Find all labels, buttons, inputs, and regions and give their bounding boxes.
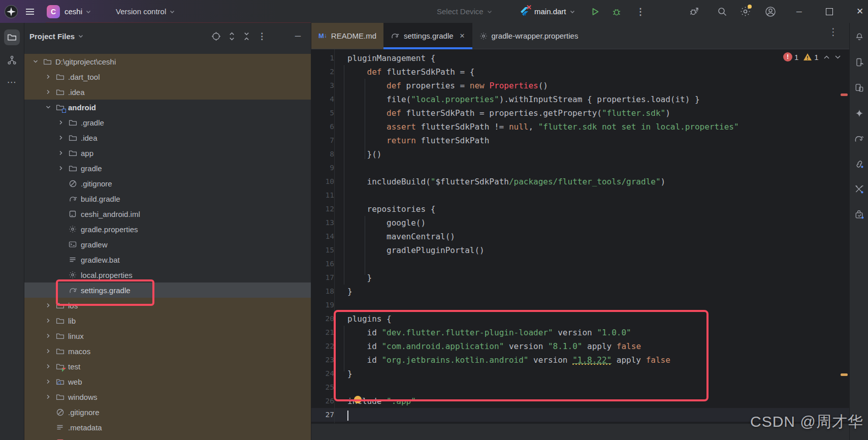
code-editor[interactable]: 1pluginManagement {2 def flutterSdkPath …	[311, 49, 849, 422]
more-actions-button[interactable]: ⋮	[636, 0, 645, 23]
code-line-7[interactable]: 7 return flutterSdkPath	[311, 134, 849, 147]
run-configuration[interactable]: ✕ main.dart	[519, 0, 575, 23]
inspections-widget[interactable]: ! 1 1	[783, 52, 841, 61]
error-stripe-mark[interactable]	[841, 93, 848, 96]
settings-button[interactable]	[740, 0, 751, 23]
account-button[interactable]	[765, 0, 776, 23]
tree-item-.metadata[interactable]: .metadata	[24, 420, 311, 435]
code-line-1[interactable]: 1pluginManagement {	[311, 51, 849, 65]
tree-chevron-icon[interactable]	[44, 317, 52, 325]
tree-item-macos[interactable]: macos	[24, 343, 311, 359]
tree-item-.gitignore[interactable]: .gitignore	[24, 404, 311, 420]
app-links-icon[interactable]	[853, 158, 865, 170]
tab-options-icon[interactable]: ⋮	[828, 26, 838, 38]
more-tool-windows-button[interactable]: ⋯	[4, 74, 20, 90]
tree-item-settings.gradle[interactable]: settings.gradle	[24, 282, 311, 298]
code-line-8[interactable]: 8 }()	[311, 147, 849, 161]
tree-item-.idea[interactable]: .idea	[24, 130, 311, 145]
code-line-3[interactable]: 3 def properties = new Properties()	[311, 79, 849, 92]
project-switcher[interactable]: C ceshi	[47, 0, 91, 23]
code-line-12[interactable]: 12 repositories {	[311, 202, 849, 216]
tree-item-gradlew.bat[interactable]: gradlew.bat	[24, 252, 311, 267]
device-selector[interactable]: Select Device	[437, 0, 493, 23]
running-devices-icon[interactable]	[853, 81, 865, 94]
run-button[interactable]	[591, 0, 600, 23]
structure-tool-window-button[interactable]	[4, 52, 20, 68]
tree-chevron-icon[interactable]	[57, 164, 65, 172]
code-line-26[interactable]: 26include ":app"	[311, 394, 849, 408]
app-quality-insights-icon[interactable]	[853, 208, 865, 221]
gradle-icon[interactable]	[853, 132, 865, 145]
tree-chevron-icon[interactable]	[44, 347, 52, 355]
code-line-19[interactable]: 19	[311, 298, 849, 312]
code-line-4[interactable]: 4 file("local.properties").withInputStre…	[311, 92, 849, 106]
close-button[interactable]: ✕	[856, 0, 863, 23]
vcs-widget[interactable]: Version control	[116, 0, 175, 23]
intention-dot[interactable]	[354, 396, 362, 403]
expand-all-icon[interactable]	[228, 32, 236, 41]
code-line-9[interactable]: 9	[311, 161, 849, 175]
tree-chevron-icon[interactable]	[44, 73, 52, 81]
code-line-11[interactable]: 11	[311, 188, 849, 202]
tree-chevron-icon[interactable]	[57, 149, 65, 157]
tab-settings.gradle[interactable]: settings.gradle✕	[383, 23, 472, 49]
code-line-20[interactable]: 20plugins {	[311, 312, 849, 326]
locate-file-icon[interactable]	[211, 32, 221, 41]
tree-item-test[interactable]: test	[24, 359, 311, 374]
tree-chevron-icon[interactable]	[44, 393, 52, 401]
tree-item-.dart_tool[interactable]: .dart_tool	[24, 69, 311, 84]
code-line-22[interactable]: 22 id "com.android.application" version …	[311, 339, 849, 353]
tree-item-lib[interactable]: lib	[24, 313, 311, 328]
tree-chevron-icon[interactable]	[44, 103, 52, 111]
hide-panel-button[interactable]: ─	[295, 32, 301, 41]
code-line-13[interactable]: 13 google()	[311, 216, 849, 230]
project-view-selector[interactable]: Project Files	[29, 32, 75, 41]
code-line-14[interactable]: 14 mavenCentral()	[311, 230, 849, 243]
tree-chevron-icon[interactable]	[57, 134, 65, 142]
main-menu-button[interactable]	[25, 0, 35, 23]
next-problem-icon[interactable]	[834, 55, 841, 59]
tree-item-gradle[interactable]: gradle	[24, 161, 311, 176]
code-line-24[interactable]: 24}	[311, 367, 849, 381]
device-manager-icon[interactable]	[853, 56, 865, 69]
tab-readme.md[interactable]: M↓README.md	[311, 23, 383, 49]
tree-item-build.gradle[interactable]: build.gradle	[24, 191, 311, 206]
close-tab-icon[interactable]: ✕	[460, 32, 465, 40]
tree-item-linux[interactable]: linux	[24, 328, 311, 343]
tab-gradle-wrapper.properties[interactable]: gradle-wrapper.properties	[472, 23, 586, 49]
tree-chevron-icon[interactable]	[57, 118, 65, 127]
tree-item-app[interactable]: app	[24, 145, 311, 161]
code-line-2[interactable]: 2 def flutterSdkPath = {	[311, 65, 849, 79]
maximize-button[interactable]	[826, 0, 833, 23]
tree-item-gradlew[interactable]: gradlew	[24, 237, 311, 252]
code-line-25[interactable]: 25	[311, 381, 849, 394]
gemini-icon[interactable]	[853, 107, 865, 119]
code-line-6[interactable]: 6 assert flutterSdkPath != null, "flutte…	[311, 120, 849, 134]
tree-item-windows[interactable]: windows	[24, 389, 311, 404]
tree-chevron-icon[interactable]	[44, 88, 52, 96]
warning-stripe-mark[interactable]	[841, 373, 848, 376]
tree-item-ceshi_android.iml[interactable]: ceshi_android.iml	[24, 206, 311, 222]
tree-item-web[interactable]: web	[24, 374, 311, 389]
previous-problem-icon[interactable]	[823, 55, 830, 59]
code-line-23[interactable]: 23 id "org.jetbrains.kotlin.android" ver…	[311, 353, 849, 367]
profiler-button[interactable]	[689, 0, 699, 23]
code-line-15[interactable]: 15 gradlePluginPortal()	[311, 243, 849, 257]
code-line-18[interactable]: 18}	[311, 285, 849, 298]
tree-item-.gradle[interactable]: .gradle	[24, 115, 311, 130]
code-line-5[interactable]: 5 def flutterSdkPath = properties.getPro…	[311, 106, 849, 120]
tree-item-ios[interactable]: ios	[24, 298, 311, 313]
code-line-16[interactable]: 16	[311, 257, 849, 271]
debug-button[interactable]	[612, 0, 621, 23]
tree-chevron-icon[interactable]	[31, 57, 40, 66]
code-line-21[interactable]: 21 id "dev.flutter.flutter-plugin-loader…	[311, 326, 849, 339]
tree-item-android[interactable]: android	[24, 100, 311, 115]
tree-item-local.properties[interactable]: local.properties	[24, 267, 311, 282]
tree-chevron-icon[interactable]	[44, 301, 52, 309]
tree-item-gradle.properties[interactable]: gradle.properties	[24, 222, 311, 237]
code-line-17[interactable]: 17 }	[311, 271, 849, 285]
collapse-all-icon[interactable]	[243, 32, 250, 41]
project-tool-window-button[interactable]	[4, 29, 20, 45]
tree-item-.gitignore[interactable]: .gitignore	[24, 176, 311, 191]
minimize-button[interactable]: ─	[796, 0, 802, 23]
